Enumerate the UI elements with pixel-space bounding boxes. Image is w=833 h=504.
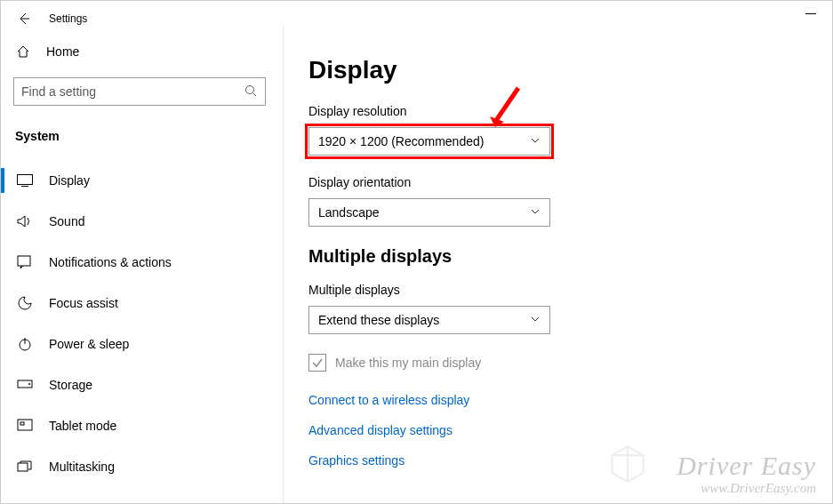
main-display-checkbox — [308, 354, 326, 372]
link-advanced-display[interactable]: Advanced display settings — [308, 423, 807, 437]
storage-icon — [17, 380, 33, 390]
nav-label: Tablet mode — [49, 419, 116, 433]
nav-label: Multitasking — [49, 460, 115, 474]
sidebar-item-power-sleep[interactable]: Power & sleep — [13, 326, 271, 362]
sidebar: Home Find a setting System Display Sound… — [1, 36, 284, 503]
sidebar-item-display[interactable]: Display — [13, 163, 271, 198]
arrow-left-icon — [17, 12, 31, 26]
main-display-checkbox-label: Make this my main display — [335, 356, 481, 370]
content-pane: Display Display resolution 1920 × 1200 (… — [284, 36, 832, 503]
nav-label: Sound — [49, 214, 84, 228]
sidebar-item-multitasking[interactable]: Multitasking — [13, 449, 271, 484]
svg-rect-1 — [18, 175, 33, 185]
nav-label: Notifications & actions — [49, 255, 172, 269]
search-icon — [244, 84, 258, 100]
watermark-logo-icon — [608, 444, 647, 484]
sidebar-section-label: System — [13, 129, 271, 143]
search-placeholder: Find a setting — [21, 84, 96, 99]
orientation-label: Display orientation — [308, 175, 807, 189]
search-input[interactable]: Find a setting — [13, 77, 266, 106]
chevron-down-icon — [530, 313, 541, 327]
link-graphics-settings[interactable]: Graphics settings — [308, 453, 807, 468]
home-icon — [16, 44, 30, 59]
multiple-displays-dropdown[interactable]: Extend these displays — [308, 306, 550, 334]
sidebar-item-focus-assist[interactable]: Focus assist — [13, 285, 271, 321]
nav-label: Display — [49, 173, 90, 188]
tablet-icon — [17, 419, 33, 433]
multitasking-icon — [17, 460, 33, 473]
nav-label: Storage — [49, 378, 92, 392]
svg-point-5 — [28, 383, 30, 385]
notifications-icon — [17, 255, 33, 269]
orientation-value: Landscape — [318, 205, 380, 220]
nav-list: Display Sound Notifications & actions Fo… — [13, 163, 271, 484]
check-icon — [311, 356, 324, 369]
nav-label: Focus assist — [49, 296, 118, 310]
svg-rect-2 — [18, 256, 30, 266]
svg-rect-7 — [20, 422, 24, 425]
resolution-dropdown[interactable]: 1920 × 1200 (Recommended) — [308, 127, 550, 156]
link-connect-wireless[interactable]: Connect to a wireless display — [308, 393, 807, 407]
home-nav[interactable]: Home — [13, 36, 271, 67]
sidebar-item-notifications[interactable]: Notifications & actions — [13, 244, 271, 280]
sidebar-item-storage[interactable]: Storage — [13, 367, 271, 403]
power-icon — [17, 336, 33, 352]
focus-assist-icon — [17, 295, 33, 311]
back-button[interactable] — [15, 12, 33, 26]
resolution-label: Display resolution — [308, 104, 807, 118]
chevron-down-icon — [530, 134, 541, 148]
titlebar: Settings — [1, 1, 832, 36]
home-label: Home — [46, 44, 79, 59]
multiple-displays-heading: Multiple displays — [308, 246, 807, 267]
display-icon — [17, 174, 33, 187]
chevron-down-icon — [530, 205, 541, 220]
svg-rect-8 — [18, 463, 28, 471]
sound-icon — [17, 214, 33, 228]
svg-rect-6 — [18, 420, 32, 430]
watermark-url: www.DriverEasy.com — [677, 481, 816, 496]
sidebar-item-sound[interactable]: Sound — [13, 204, 271, 239]
sidebar-item-tablet-mode[interactable]: Tablet mode — [13, 408, 271, 444]
window-title: Settings — [49, 12, 87, 25]
annotation-arrow-icon — [488, 84, 524, 129]
multiple-displays-label: Multiple displays — [308, 283, 807, 297]
minimize-button[interactable] — [805, 13, 816, 14]
orientation-dropdown[interactable]: Landscape — [308, 198, 550, 227]
multiple-displays-value: Extend these displays — [318, 313, 439, 327]
nav-label: Power & sleep — [49, 337, 129, 351]
page-title: Display — [308, 56, 807, 84]
resolution-value: 1920 × 1200 (Recommended) — [318, 134, 484, 148]
svg-point-0 — [246, 85, 254, 93]
main-display-checkbox-row: Make this my main display — [308, 354, 807, 372]
